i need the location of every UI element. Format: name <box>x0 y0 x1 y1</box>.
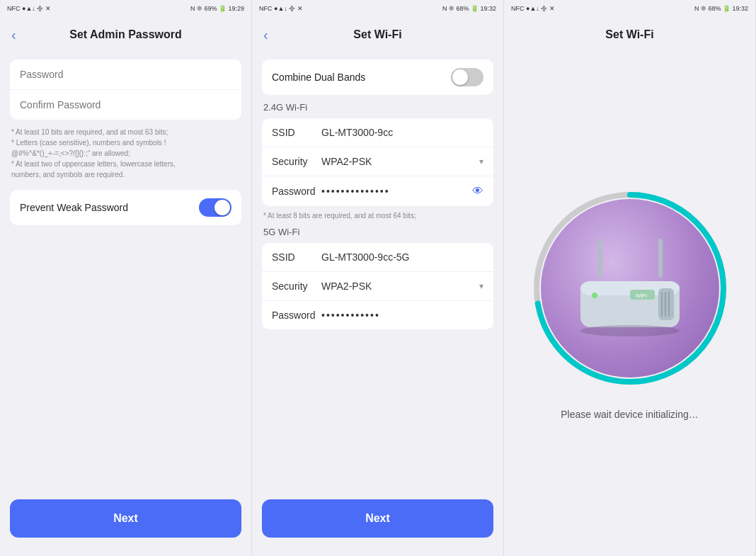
status-left-panel2: NFC ●▲↓ 令 ✕ <box>259 4 303 13</box>
panel-set-wifi-initializing: NFC ●▲↓ 令 ✕ N ❊ 68% 🔋 19:32 Set Wi-Fi <box>504 0 756 556</box>
band5g-card: SSID GL-MT3000-9cc-5G Security WPA2-PSK … <box>262 243 493 329</box>
band5g-ssid-label: SSID <box>272 251 321 263</box>
svg-point-12 <box>592 293 597 298</box>
band5g-password-row: Password •••••••••••• <box>262 301 493 329</box>
band5g-ssid-value[interactable]: GL-MT3000-9cc-5G <box>321 251 483 263</box>
router-circle-bg: WiFi <box>541 199 719 378</box>
band5g-ssid-row: SSID GL-MT3000-9cc-5G <box>262 243 493 272</box>
panel1-content: * At least 10 bits are required, and at … <box>0 52 251 494</box>
next-button-panel2[interactable]: Next <box>262 499 493 538</box>
band5g-password-dots[interactable]: •••••••••••• <box>321 310 483 321</box>
status-left-panel3: NFC ●▲↓ 令 ✕ <box>511 4 555 13</box>
svg-rect-3 <box>658 239 663 278</box>
status-left-text-panel1: NFC ●▲↓ 令 ✕ <box>7 4 51 13</box>
band5g-security-label: Security <box>272 280 321 292</box>
band24-password-dots[interactable]: •••••••••••••• <box>321 186 472 197</box>
status-bar-panel3: NFC ●▲↓ 令 ✕ N ❊ 68% 🔋 19:32 <box>504 0 755 17</box>
header-panel3: Set Wi-Fi <box>504 17 755 52</box>
panel3-title: Set Wi-Fi <box>605 28 653 41</box>
combine-dual-bands-label: Combine Dual Bands <box>272 72 365 83</box>
panel2-title: Set Wi-Fi <box>353 28 401 41</box>
status-right-text-panel2: N ❊ 68% 🔋 19:32 <box>442 5 496 12</box>
status-right-panel2: N ❊ 68% 🔋 19:32 <box>442 5 496 12</box>
status-right-text-panel1: N ❊ 69% 🔋 19:29 <box>190 5 244 12</box>
status-left-panel1: NFC ●▲↓ 令 ✕ <box>7 4 51 13</box>
combine-dual-bands-toggle[interactable] <box>451 68 483 86</box>
band24-password-row: Password •••••••••••••• 👁 <box>262 176 493 206</box>
next-button-panel1[interactable]: Next <box>10 499 241 538</box>
password-input-group <box>10 59 241 120</box>
init-status-text: Please wait device initializing… <box>561 409 699 420</box>
band24-security-dropdown-arrow[interactable]: ▾ <box>479 157 483 166</box>
back-button-panel2[interactable]: ‹ <box>263 27 268 43</box>
svg-rect-9 <box>668 292 670 317</box>
svg-rect-7 <box>661 292 663 317</box>
back-button-panel1[interactable]: ‹ <box>11 27 16 43</box>
prevent-weak-password-row: Prevent Weak Password <box>10 190 241 225</box>
status-bar-panel2: NFC ●▲↓ 令 ✕ N ❊ 68% 🔋 19:32 <box>252 0 503 17</box>
band24-ssid-label: SSID <box>272 127 321 138</box>
prevent-weak-password-label: Prevent Weak Password <box>20 202 128 213</box>
status-right-panel3: N ❊ 68% 🔋 19:32 <box>694 5 748 12</box>
status-bar-panel1: NFC ●▲↓ 令 ✕ N ❊ 69% 🔋 19:29 <box>0 0 251 17</box>
status-left-text-panel3: NFC ●▲↓ 令 ✕ <box>511 4 555 13</box>
band24-ssid-row: SSID GL-MT3000-9cc <box>262 118 493 147</box>
prevent-weak-password-toggle[interactable] <box>199 198 231 217</box>
panel2-bottom: Next <box>252 494 503 556</box>
band24-security-label: Security <box>272 156 321 167</box>
band24-section-label: 2.4G Wi-Fi <box>263 102 493 113</box>
toggle-knob <box>214 200 230 215</box>
header-panel1: ‹ Set Admin Password <box>0 17 251 52</box>
panel2-content: Combine Dual Bands 2.4G Wi-Fi SSID GL-MT… <box>252 52 503 494</box>
band5g-security-value: WPA2-PSK <box>321 280 479 292</box>
status-right-text-panel3: N ❊ 68% 🔋 19:32 <box>694 5 748 12</box>
svg-rect-8 <box>665 292 666 317</box>
panel-set-wifi: NFC ●▲↓ 令 ✕ N ❊ 68% 🔋 19:32 ‹ Set Wi-Fi … <box>252 0 504 556</box>
band24-password-label: Password <box>272 186 321 197</box>
password-input[interactable] <box>10 59 241 90</box>
password-hint: * At least 10 bits are required, and at … <box>10 127 241 180</box>
band5g-section-label: 5G Wi-Fi <box>263 227 493 237</box>
band5g-password-label: Password <box>272 310 321 321</box>
status-left-text-panel2: NFC ●▲↓ 令 ✕ <box>259 4 303 13</box>
band24-hint: * At least 8 bits are required, and at m… <box>263 212 492 220</box>
svg-point-13 <box>580 325 680 336</box>
panel-set-admin-password: NFC ●▲↓ 令 ✕ N ❊ 69% 🔋 19:29 ‹ Set Admin … <box>0 0 252 556</box>
band24-ssid-value[interactable]: GL-MT3000-9cc <box>321 127 483 138</box>
status-right-panel1: N ❊ 69% 🔋 19:29 <box>190 5 244 12</box>
confirm-password-input[interactable] <box>10 90 241 120</box>
band5g-security-row: Security WPA2-PSK ▾ <box>262 272 493 301</box>
band24-card: SSID GL-MT3000-9cc Security WPA2-PSK ▾ P… <box>262 118 493 206</box>
combine-dual-bands-row: Combine Dual Bands <box>262 59 493 95</box>
svg-text:WiFi: WiFi <box>636 293 647 299</box>
band24-security-row: Security WPA2-PSK ▾ <box>262 147 493 176</box>
svg-rect-2 <box>598 239 602 278</box>
band24-eye-icon[interactable]: 👁 <box>472 185 483 198</box>
panel1-title: Set Admin Password <box>69 28 182 41</box>
panel1-bottom: Next <box>0 494 251 556</box>
band24-security-value: WPA2-PSK <box>321 156 479 167</box>
router-display: WiFi <box>531 189 729 387</box>
combine-toggle-knob <box>452 69 468 85</box>
band5g-security-dropdown-arrow[interactable]: ▾ <box>479 281 483 291</box>
router-icon: WiFi <box>559 232 701 345</box>
init-panel: WiFi Please wait device initializing… <box>504 52 755 556</box>
header-panel2: ‹ Set Wi-Fi <box>252 17 503 52</box>
